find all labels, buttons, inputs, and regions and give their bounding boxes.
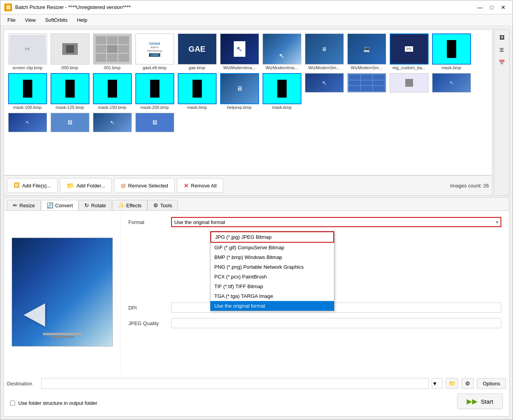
list-item[interactable]: ↖ (431, 72, 472, 110)
checkbox-row: Use folder structure in output folder (7, 399, 100, 408)
dropdown-option-jpg[interactable]: JPG (*.jpg) JPEG Bitmap (210, 231, 334, 243)
rotate-icon: ↻ (84, 202, 89, 208)
options-button[interactable]: Options (477, 378, 506, 389)
side-buttons: 🖼 ☰ 📅 (494, 29, 509, 196)
remove-selected-button[interactable]: ⊘ Remove Selected (114, 178, 175, 193)
format-select-wrapper: ▼ JPG (*.jpg) JPEG Bitmap GIF (*.gif) Co… (171, 217, 501, 227)
lower-section: ✏ Resize 🔄 Convert ↻ Rotate ✨ Effects ⚙ (4, 197, 509, 416)
tab-effects[interactable]: ✨ Effects (112, 200, 148, 210)
dropdown-option-png[interactable]: PNG (*.png) Portable Network Graphics (210, 262, 334, 272)
list-item[interactable]: ↖ (304, 72, 345, 110)
add-folder-icon: 📁 (67, 182, 74, 189)
destination-dropdown[interactable]: ▼ (432, 378, 443, 389)
dpi-label: DPI (128, 305, 167, 311)
menu-softorbits[interactable]: SoftOrbits (41, 16, 72, 24)
list-item[interactable]: GAE gae.bmp (177, 33, 217, 71)
tab-resize-label: Resize (19, 203, 35, 208)
browse-button[interactable]: 📁 (446, 378, 458, 389)
list-item[interactable]: PS reg_custom_ba... (389, 33, 429, 71)
content-area: PS screen clip.bmp (0, 26, 513, 420)
list-item[interactable]: mask-150.bmp (92, 72, 133, 110)
gear-icon: ⚙ (465, 380, 470, 387)
preview-image (12, 238, 113, 346)
side-icon-list[interactable]: ☰ (497, 45, 506, 54)
image-grid[interactable]: PS screen clip.bmp (4, 30, 492, 175)
close-button[interactable]: ✕ (498, 3, 509, 12)
tab-convert[interactable]: 🔄 Convert (41, 200, 79, 210)
folder-structure-checkbox[interactable] (10, 401, 15, 406)
start-label: Start (481, 398, 493, 405)
remove-selected-icon: ⊘ (121, 182, 126, 189)
jpeg-quality-label: JPEG Quality (128, 320, 167, 326)
tab-effects-label: Effects (126, 203, 142, 208)
dropdown-option-gif[interactable]: GIF (*.gif) CompuServe Bitmap (210, 243, 334, 252)
destination-row: Destination ▼ 📁 ⚙ Options (4, 373, 509, 391)
menu-help[interactable]: Help (73, 16, 91, 24)
tab-tools[interactable]: ⚙ Tools (147, 200, 178, 210)
list-item[interactable]: ↖ (92, 112, 133, 133)
tab-rotate[interactable]: ↻ Rotate (79, 200, 112, 210)
list-item[interactable]: mask.bmp (431, 33, 472, 71)
remove-selected-label: Remove Selected (128, 183, 168, 189)
list-item[interactable]: mask-200.bmp (134, 72, 175, 110)
list-item[interactable]: ↖ (7, 112, 48, 133)
tab-convert-label: Convert (55, 203, 73, 208)
start-button[interactable]: ▶▶ Start (457, 394, 503, 409)
menu-bar: File View SoftOrbits Help (0, 14, 513, 26)
list-item[interactable]: 000.bmp (49, 33, 90, 71)
list-item[interactable]: 🖼 (134, 112, 175, 133)
list-item[interactable] (389, 72, 429, 110)
format-label: Format (128, 219, 167, 225)
gear-button[interactable]: ⚙ (461, 378, 474, 389)
jpeg-quality-input[interactable] (171, 318, 501, 328)
add-folder-label: Add Folder... (77, 183, 105, 189)
window-title: Batch Picture Resizer - ****Unregistered… (15, 4, 131, 10)
tab-resize[interactable]: ✏ Resize (7, 200, 41, 210)
list-item[interactable]: 💻 WizModernSm... (346, 33, 387, 71)
destination-input[interactable] (41, 378, 429, 389)
minimize-button[interactable]: — (474, 3, 485, 12)
add-files-label: Add File(s)... (22, 183, 51, 189)
start-icon: ▶▶ (467, 397, 478, 406)
side-icon-calendar[interactable]: 📅 (497, 58, 506, 67)
format-dropdown[interactable]: JPG (*.jpg) JPEG Bitmap GIF (*.gif) Comp… (210, 231, 334, 311)
dropdown-option-bmp[interactable]: BMP (*.bmp) Windows Bitmap (210, 252, 334, 262)
list-item[interactable]: ↖ WizModernIma... (219, 33, 260, 71)
image-panel: PS screen clip.bmp (4, 29, 492, 196)
menu-file[interactable]: File (4, 16, 19, 24)
title-controls: — □ ✕ (474, 3, 509, 12)
list-item[interactable] (346, 72, 387, 110)
title-bar-left: 🖼 Batch Picture Resizer - ****Unregister… (4, 4, 131, 11)
remove-all-button[interactable]: ✕ Remove All (177, 178, 223, 193)
list-item[interactable]: mask.bmp (177, 72, 217, 110)
list-item[interactable]: Global Alarm Monitoring LOGO gaeLeft.bmp (134, 33, 175, 71)
add-folder-button[interactable]: 📁 Add Folder... (60, 178, 112, 193)
list-item[interactable]: PS screen clip.bmp (7, 33, 48, 71)
remove-all-label: Remove All (191, 183, 217, 189)
list-item[interactable]: 🖥 WizModernSm... (304, 33, 345, 71)
add-files-button[interactable]: 🖼 Add File(s)... (7, 178, 58, 193)
list-item[interactable]: 🖥 helpexp.bmp (219, 72, 260, 110)
format-input[interactable] (171, 217, 501, 227)
side-icon-image[interactable]: 🖼 (497, 33, 506, 42)
options-label: Options (483, 381, 500, 387)
list-item[interactable]: mask-100.bmp (7, 72, 48, 110)
dropdown-option-pcx[interactable]: PCX (*.pcx) PaintBrush (210, 272, 334, 282)
list-item[interactable]: 001.bmp (92, 33, 133, 71)
format-row: Format ▼ JPG (*.jpg) JPEG Bitmap GIF (*.… (128, 217, 501, 227)
toolbar: 🖼 Add File(s)... 📁 Add Folder... ⊘ Remov… (4, 175, 492, 195)
settings-section: Format ▼ JPG (*.jpg) JPEG Bitmap GIF (*.… (121, 211, 509, 373)
menu-view[interactable]: View (21, 16, 40, 24)
convert-icon: 🔄 (47, 202, 53, 208)
jpeg-quality-wrapper (171, 318, 501, 328)
maximize-button[interactable]: □ (486, 3, 497, 12)
list-item[interactable]: mask.bmp (261, 72, 302, 110)
dropdown-option-tga[interactable]: TGA (*.tga) TARGA Image (210, 291, 334, 301)
list-item[interactable]: mask-125.bmp (49, 72, 90, 110)
list-item[interactable]: ↖ WizModernIma... (261, 33, 302, 71)
dropdown-option-tif[interactable]: TIF (*.tif) TIFF Bitmap (210, 282, 334, 291)
list-item[interactable]: 🖼 (49, 112, 90, 133)
dropdown-option-original[interactable]: Use the original format (210, 301, 334, 311)
folder-structure-label: Use folder structure in output folder (18, 400, 97, 406)
app-window: 🖼 Batch Picture Resizer - ****Unregister… (0, 0, 513, 420)
